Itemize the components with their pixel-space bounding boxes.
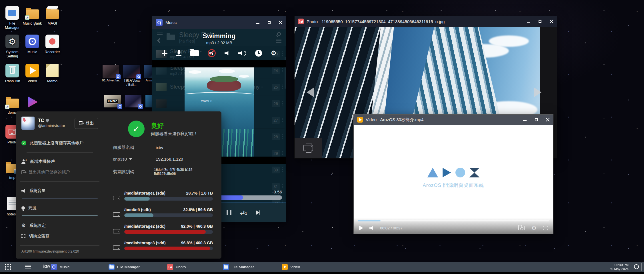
- record-dot-icon: [45, 35, 59, 48]
- start-menu-icon[interactable]: [25, 265, 31, 269]
- add-icon[interactable]: [162, 50, 167, 56]
- logout-button[interactable]: 登出: [75, 118, 98, 129]
- taskbar-item-file-manager[interactable]: File Manager: [106, 262, 143, 272]
- add-local-account-button[interactable]: + 新增本機帳戶: [21, 159, 98, 164]
- album-thumbnail: KMNZ: [104, 95, 121, 107]
- brightness-slider[interactable]: [22, 215, 98, 216]
- logout-other-accounts-button[interactable]: 登出其他已儲存的帳戶: [21, 169, 98, 175]
- desktop-icon-trash-bin[interactable]: Trash Bin: [2, 63, 22, 83]
- exit-icon: [21, 170, 25, 174]
- desktop-file-fox[interactable]: [124, 95, 142, 108]
- hard-drive-icon: [113, 229, 120, 233]
- repeat-one-icon[interactable]: ⇄1: [240, 210, 247, 215]
- previous-photo-button[interactable]: [307, 87, 314, 97]
- hard-drive-icon: [113, 245, 120, 250]
- photo-app-icon: [167, 264, 173, 270]
- minimize-button[interactable]: [527, 19, 531, 23]
- app-launcher-icon[interactable]: [5, 264, 11, 270]
- music-app-icon: [51, 264, 57, 270]
- volume-up-icon[interactable]: [238, 51, 246, 56]
- desktop-file-touhou-vocal[interactable]: 【東方Vocal / Ball...: [122, 65, 141, 86]
- taskbar-base-strip: [0, 272, 644, 274]
- video-frame[interactable]: ArozOS 開源網頁桌面系統 00:02 / 00:37 ⚙: [354, 125, 553, 234]
- night-mode-icon[interactable]: [634, 264, 639, 269]
- desktop-icon-recorder[interactable]: Recorder: [42, 34, 62, 54]
- minimize-button[interactable]: [256, 21, 260, 25]
- gear-icon: ⚙: [21, 223, 26, 228]
- photo-window-titlebar[interactable]: Photo - 119065550_10157744569721304_4713…: [295, 16, 557, 27]
- pause-icon[interactable]: [227, 210, 231, 215]
- disk-usage-bar: [124, 197, 213, 201]
- maximize-button[interactable]: [534, 118, 538, 122]
- desktop-icon-app-purple[interactable]: [22, 95, 42, 110]
- album-thumbnail: [125, 95, 141, 107]
- desktop-icon-music-bank[interactable]: ↗ Music Bank: [22, 6, 42, 25]
- disk-usage-bar: [124, 230, 213, 234]
- memo-note-icon: [46, 64, 59, 77]
- volume-icon[interactable]: [369, 226, 374, 230]
- logo-hourglass-icon: [469, 168, 480, 177]
- desktop-file-kmnz[interactable]: KMNZ: [103, 95, 122, 108]
- taskbar-item-video[interactable]: Video: [279, 262, 303, 272]
- music-window-titlebar[interactable]: Music: [152, 16, 286, 29]
- status-text: 良好: [151, 121, 198, 130]
- video-app-icon: [357, 117, 363, 123]
- device-id-value: 16de4f3e-4f7f-4b38-b115-5d5127cf5e06: [154, 168, 213, 176]
- settings-gear-icon[interactable]: ⚙: [271, 50, 277, 56]
- hard-drive-icon: [113, 212, 120, 217]
- toggle-fullscreen-button[interactable]: 切換全螢幕: [21, 233, 98, 239]
- desktop-wallpaper: File Manager ↗ Music Bank MAGI ⚙ System …: [0, 0, 644, 274]
- video-window-titlebar[interactable]: Video - ArozOS 30秒簡介.mp4: [354, 115, 553, 125]
- music-badge-icon: [116, 74, 121, 79]
- desktop-file-alive-flac[interactable]: 01.Alive.flac: [102, 65, 120, 82]
- now-playing-meta: mp3 / 2.92 MB: [206, 41, 232, 45]
- folder-shortcut-icon: ↗: [26, 9, 39, 19]
- interface-selector[interactable]: enp3s0: [113, 157, 156, 161]
- video-seek-bar[interactable]: [358, 220, 549, 221]
- system-settings-button[interactable]: ⚙ 系統設定: [21, 223, 98, 228]
- file-manager-icon: [223, 264, 229, 270]
- taskbar-item-music[interactable]: Music: [48, 262, 72, 272]
- shortcut-arrow-icon: ↗: [25, 15, 29, 20]
- arozos-logo: ArozOS 開源網頁桌面系統: [354, 168, 553, 189]
- fullscreen-icon[interactable]: [543, 226, 548, 230]
- volume-down-icon[interactable]: [225, 51, 229, 55]
- snapshot-icon[interactable]: [518, 226, 525, 230]
- user-avatar[interactable]: [21, 117, 35, 130]
- next-photo-button[interactable]: [534, 87, 541, 97]
- desktop-icon-memo[interactable]: Memo: [42, 63, 62, 83]
- download-icon[interactable]: [176, 50, 181, 56]
- maximize-button[interactable]: [267, 21, 271, 25]
- next-icon[interactable]: [256, 210, 260, 215]
- close-button[interactable]: [546, 118, 550, 122]
- mute-icon[interactable]: [208, 49, 216, 57]
- video-settings-icon[interactable]: ⚙: [531, 225, 537, 231]
- desktop-icon-music[interactable]: Music: [22, 34, 42, 54]
- open-folder-icon[interactable]: [190, 50, 199, 56]
- file-manager-icon: [5, 6, 19, 20]
- desktop-icon-system-setting[interactable]: ⚙ System Setting: [2, 34, 22, 58]
- window-title: Music: [165, 20, 177, 25]
- taskbar-clock[interactable]: 06:40 PM 30 May 2024: [610, 263, 629, 271]
- show-desktop-divider[interactable]: [641, 263, 642, 271]
- close-button[interactable]: [279, 21, 283, 25]
- desktop-icon-video[interactable]: Video: [22, 63, 42, 83]
- volume-slider[interactable]: [22, 198, 98, 199]
- folder-stack-icon: [46, 9, 59, 19]
- player-toolbar: ⚙: [152, 45, 286, 60]
- maximize-button[interactable]: [538, 19, 542, 23]
- play-button[interactable]: [359, 225, 363, 231]
- taskbar-item-photo[interactable]: Photo: [164, 262, 189, 272]
- print-icon[interactable]: [303, 145, 313, 151]
- music-badge-icon: [136, 74, 141, 79]
- desktop-icon-magi[interactable]: MAGI: [42, 6, 62, 25]
- desktop-icon-file-manager[interactable]: File Manager: [2, 6, 22, 30]
- taskbar-item-file-manager-2[interactable]: File Manager: [220, 262, 257, 272]
- close-button[interactable]: [549, 19, 553, 23]
- minimize-button[interactable]: [523, 118, 527, 122]
- album-thumbnail: [103, 65, 119, 78]
- trash-icon: [5, 64, 19, 77]
- video-controls: 00:02 / 00:37 ⚙: [354, 218, 553, 234]
- caret-down-icon: [129, 158, 132, 160]
- sleep-timer-icon[interactable]: [255, 50, 262, 57]
